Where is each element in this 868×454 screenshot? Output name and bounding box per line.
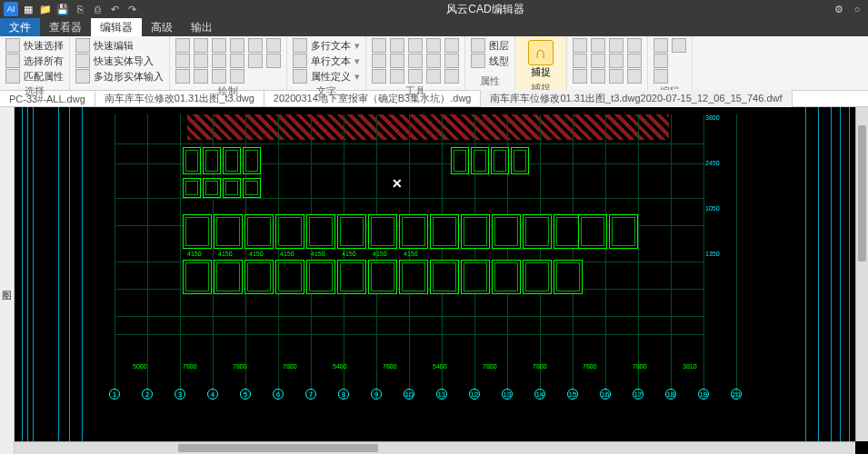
quick-select-label[interactable]: 快速选择 [24,39,64,53]
match-props-icon[interactable] [5,69,20,84]
doc-tab-1[interactable]: 南车库车位修改01.31出图_t3.dwg [95,90,264,107]
spline-icon[interactable] [230,38,244,53]
dimension-text: 7800 [483,363,497,370]
quick-edit-label[interactable]: 快速编辑 [94,39,134,53]
region-icon[interactable] [230,54,244,68]
attdef-icon[interactable] [293,69,307,84]
menu-advanced[interactable]: 高级 [142,18,182,36]
text-icon[interactable] [293,54,307,68]
app-logo-icon[interactable]: AI [4,2,18,16]
line-icon[interactable] [175,38,190,53]
select-all-label[interactable]: 选择所有 [24,54,64,68]
hscroll-thumb[interactable] [178,444,378,452]
snap-mid-icon[interactable] [591,38,605,53]
snap-int-icon[interactable] [591,54,605,68]
menu-file[interactable]: 文件 [0,18,40,36]
edit4-icon[interactable] [653,69,668,84]
hatch-icon[interactable] [212,54,226,68]
snap-cen-icon[interactable] [609,38,624,53]
parking-spot [275,214,304,249]
menu-viewer[interactable]: 查看器 [40,18,91,36]
minimize-icon[interactable]: ○ [850,2,864,16]
tool9-icon[interactable] [426,54,441,68]
tool14-icon[interactable] [426,69,441,84]
print-icon[interactable]: ⎙ [90,2,105,16]
snap-button[interactable]: ∩ 捕捉 [521,38,561,81]
settings-icon[interactable]: ⚙ [832,2,846,16]
entity-import-label[interactable]: 快速实体导入 [94,54,154,68]
draw-ext1-icon[interactable] [175,69,190,84]
mtext-label[interactable]: 多行文本 [311,39,351,53]
tool4-icon[interactable] [426,38,441,53]
snap-ins-icon[interactable] [627,54,642,68]
snap-node-icon[interactable] [627,38,642,53]
doc-tab-0[interactable]: PC-33#-ALL.dwg [0,92,95,106]
snap-near-icon[interactable] [609,69,624,84]
tool1-icon[interactable] [372,38,386,53]
mtext-icon[interactable] [293,38,307,53]
quick-select-icon[interactable] [5,38,20,53]
redo-icon[interactable]: ↷ [125,2,139,16]
tool12-icon[interactable] [390,69,404,84]
tool15-icon[interactable] [444,69,459,84]
tool7-icon[interactable] [390,54,404,68]
open-file-icon[interactable]: 📁 [38,2,53,16]
ray-icon[interactable] [266,54,281,68]
tool8-icon[interactable] [408,54,423,68]
menu-export[interactable]: 输出 [182,18,222,36]
xline-icon[interactable] [248,54,263,68]
snap-end-icon[interactable] [573,38,587,53]
draw-ext4-icon[interactable] [230,69,244,84]
edit3-icon[interactable] [653,54,668,68]
menu-editor[interactable]: 编辑器 [91,18,142,36]
save-icon[interactable]: 💾 [55,2,70,16]
vertical-scrollbar[interactable] [855,107,868,441]
edit1-icon[interactable] [653,38,668,53]
quick-edit-icon[interactable] [75,38,90,53]
app-title: 风云CAD编辑器 [139,2,832,17]
snap-app-icon[interactable] [627,69,642,84]
tool3-icon[interactable] [408,38,423,53]
new-file-icon[interactable]: ▦ [21,2,35,16]
ellipse-icon[interactable] [175,54,190,68]
snap-perp-icon[interactable] [573,69,587,84]
hatch-area [187,114,669,140]
ribbon-group-snap: ∩ 捕捉 捕捉 [515,36,567,90]
drawing-canvas[interactable]: ✕ 12345678910111213141516171819205000780… [15,107,868,454]
linetype-icon[interactable] [471,54,485,68]
doc-tab-2[interactable]: 20200314地下室报审（确定B3集水坑）.dwg [264,90,482,107]
tool10-icon[interactable] [444,54,459,68]
polygon-input-label[interactable]: 多边形实体输入 [94,70,164,84]
text-label[interactable]: 单行文本 [311,54,351,68]
tool2-icon[interactable] [390,38,404,53]
circle-icon[interactable] [248,38,263,53]
snap-tan-icon[interactable] [591,69,605,84]
vscroll-thumb[interactable] [858,125,866,262]
draw-ext3-icon[interactable] [212,69,226,84]
horizontal-scrollbar[interactable] [15,441,855,454]
point-icon[interactable] [194,54,208,68]
attdef-label[interactable]: 属性定义 [311,70,351,84]
polygon-input-icon[interactable] [75,69,90,84]
crosshair-cursor: ✕ [392,176,403,191]
saveall-icon[interactable]: ⎘ [73,2,87,16]
match-props-label[interactable]: 匹配属性 [24,70,64,84]
tool5-icon[interactable] [444,38,459,53]
edit2-icon[interactable] [672,38,686,53]
tool11-icon[interactable] [372,69,386,84]
select-all-icon[interactable] [5,54,20,68]
arc-icon[interactable] [212,38,226,53]
entity-import-icon[interactable] [75,54,90,68]
rect-icon[interactable] [266,38,281,53]
layer-label[interactable]: 图层 [489,39,509,53]
linetype-label[interactable]: 线型 [489,54,509,68]
undo-icon[interactable]: ↶ [107,2,122,16]
snap-ext-icon[interactable] [609,54,624,68]
tool13-icon[interactable] [408,69,423,84]
snap-quad-icon[interactable] [573,54,587,68]
layer-icon[interactable] [471,38,485,53]
doc-tab-3[interactable]: 南车库车位修改01.31出图_t3.dwg2020-07-15_12_06_15… [481,90,792,107]
tool6-icon[interactable] [372,54,386,68]
polyline-icon[interactable] [194,38,208,53]
draw-ext2-icon[interactable] [194,69,208,84]
